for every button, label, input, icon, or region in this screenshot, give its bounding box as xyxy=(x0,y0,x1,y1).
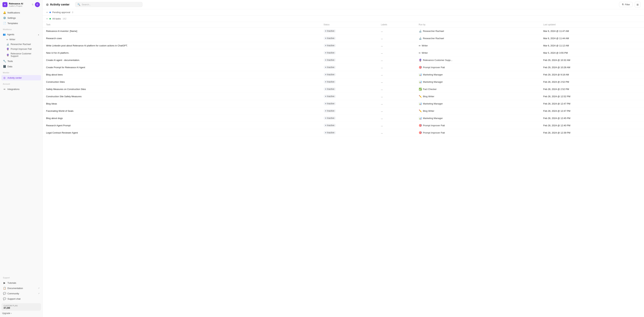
sidebar-item-writer[interactable]: ∞ Writer xyxy=(2,37,41,42)
sidebar-item-agents[interactable]: 👥 Agents ▲ xyxy=(2,32,41,37)
table-row[interactable]: Write Linkedin post about Relevance AI p… xyxy=(42,42,644,49)
task-status: Inactive xyxy=(321,78,378,85)
task-run-by: 📊 Marketing Manager xyxy=(416,78,540,85)
section-chevron-icon: ▼ xyxy=(46,18,48,20)
support-nav: ▶ Tutorials 📋 Documentation ↗ 💬 Communit… xyxy=(0,280,42,302)
task-labels: ... xyxy=(378,85,416,93)
all-tasks-section[interactable]: ▼ All tasks 162 xyxy=(42,15,644,22)
avatar[interactable]: C xyxy=(35,2,40,7)
task-run-by: ∞ Writer xyxy=(416,42,540,49)
table-row[interactable]: Blog about bees Inactive ... 📊 Marketing… xyxy=(42,71,644,78)
agent-icon: 🎯 xyxy=(419,66,422,69)
status-dot xyxy=(325,125,326,126)
agent-icon: ✏️ xyxy=(419,109,422,112)
table-row[interactable]: Relevance AI inventor: [Name] Inactive .… xyxy=(42,27,644,35)
task-labels: ... xyxy=(378,93,416,100)
agent-icon: 🔮 xyxy=(419,59,422,61)
task-status: Inactive xyxy=(321,35,378,42)
search-bar[interactable]: 🔍 Search... xyxy=(75,2,142,7)
custom-plan-label: CUSTOM PLAN xyxy=(4,305,18,307)
sidebar-item-data[interactable]: 🗄️ Data xyxy=(2,64,41,69)
task-updated: Mar 5, 2024 @ 3:55 PM xyxy=(540,49,644,56)
chat-icon: 💬 xyxy=(3,297,6,300)
pending-approval-section[interactable]: ▼ Pending approval 0 xyxy=(42,9,644,15)
table-row[interactable]: Construction Site Safety Measures Inacti… xyxy=(42,93,644,100)
table-header: Task Status Labels Run by Last updated xyxy=(42,22,644,27)
monitor-nav: ◎ Activity center xyxy=(0,74,42,81)
app-title-block: Relevance AI Caitlin's Project xyxy=(9,2,30,7)
task-updated: Feb 29, 2024 @ 10:28 AM xyxy=(540,64,644,71)
agent-name: Marketing Manager xyxy=(423,117,443,120)
sidebar-item-notifications[interactable]: 🔔 Notifications xyxy=(2,10,41,15)
prompt-icon: 🔮 xyxy=(6,48,9,50)
sidebar-item-activity-center[interactable]: ◎ Activity center xyxy=(2,75,41,80)
col-run-by: Run by xyxy=(416,22,540,27)
filter-icon: ⚗ xyxy=(622,3,624,6)
support-section-label: Support xyxy=(0,275,42,280)
sidebar-item-prompt-improver[interactable]: 🔮 Prompt Improver Patt xyxy=(2,46,41,51)
sidebar-item-label: Support chat xyxy=(8,298,20,300)
status-dot xyxy=(325,30,326,31)
sidebar-item-templates[interactable]: 📄 Templates xyxy=(2,20,41,26)
sidebar-item-customer-support[interactable]: 🔮 Relevance Customer Support xyxy=(2,51,41,58)
community-icon: 💬 xyxy=(3,292,6,295)
sidebar-item-label: Tools xyxy=(8,60,13,62)
sidebar-header[interactable]: R Relevance AI Caitlin's Project ⇅ C xyxy=(0,0,42,9)
task-labels: ... xyxy=(378,100,416,107)
sidebar-item-community[interactable]: 💬 Community ↗ xyxy=(2,291,41,296)
gear-icon: ⚙️ xyxy=(3,16,6,19)
task-name: Create Prompt for Relevance AI Agent xyxy=(42,64,321,71)
table-row[interactable]: Construction Sites Inactive ... 📊 Market… xyxy=(42,78,644,85)
agent-name: Marketing Manager xyxy=(423,81,443,83)
task-updated: Feb 28, 2024 @ 12:45 PM xyxy=(540,115,644,122)
table-row[interactable]: Create AI agent - documentation. Inactiv… xyxy=(42,56,644,64)
sidebar-item-label: Data xyxy=(8,65,12,68)
sidebar-item-support-chat[interactable]: 💬 Support chat xyxy=(2,296,41,302)
table-row[interactable]: Fascinating World of Seals Inactive ... … xyxy=(42,107,644,115)
sidebar-chevron-icon: ⇅ xyxy=(32,3,34,6)
task-name: Blog Ideas xyxy=(42,100,321,107)
sidebar-item-label: Tutorials xyxy=(8,282,16,284)
table-row[interactable]: New UI for AI platform. Inactive ... ∞ W… xyxy=(42,49,644,56)
table-row[interactable]: Research Agent Prompt Inactive ... 🎯 Pro… xyxy=(42,122,644,129)
sidebar-item-researcher-rachael[interactable]: 🔬 Researcher Rachael xyxy=(2,42,41,46)
sidebar-item-documentation[interactable]: 📋 Documentation ↗ xyxy=(2,286,41,291)
agent-icon: ∞ xyxy=(419,51,420,54)
task-status: Inactive xyxy=(321,115,378,122)
layout-toggle-button[interactable]: ⊞ xyxy=(635,2,640,7)
table-row[interactable]: Blog about dogs Inactive ... 📊 Marketing… xyxy=(42,115,644,122)
agent-name: Prompt Improver Patt xyxy=(11,48,32,50)
app-name: Relevance AI xyxy=(9,2,30,5)
task-status: Inactive xyxy=(321,49,378,56)
agent-name: Blog Writer xyxy=(423,110,434,112)
agent-name: Marketing Manager xyxy=(423,73,443,76)
table-row[interactable]: Research cows Inactive ... 🔬 Researcher … xyxy=(42,35,644,42)
filter-button[interactable]: ⚗ Filter xyxy=(619,2,633,7)
table-row[interactable]: Legal Contract Reviewer Agent Inactive .… xyxy=(42,129,644,136)
task-name: Construction Site Safety Measures xyxy=(42,93,321,100)
chevron-right-icon: › xyxy=(11,312,12,315)
main-nav: 🔔 Notifications ⚙️ Settings 📄 Templates xyxy=(0,9,42,26)
agents-chevron-icon: ▲ xyxy=(38,33,40,35)
sidebar-item-label: Notifications xyxy=(8,11,20,14)
monitor-section-label: Monitor xyxy=(0,70,42,74)
activity-center-icon: ◎ xyxy=(46,3,48,6)
table-row[interactable]: Safety Measures on Construction Sites In… xyxy=(42,85,644,93)
upgrade-button[interactable]: Upgrade › xyxy=(0,312,42,315)
task-updated: Feb 28, 2024 @ 2:52 PM xyxy=(540,78,644,85)
task-status: Inactive xyxy=(321,42,378,49)
task-updated: Feb 28, 2024 @ 2:52 PM xyxy=(540,85,644,93)
task-run-by: 🔬 Researcher Rachael xyxy=(416,27,540,35)
sidebar-item-tools[interactable]: 🔧 Tools xyxy=(2,58,41,64)
table-row[interactable]: Blog Ideas Inactive ... 📊 Marketing Mana… xyxy=(42,100,644,107)
sidebar-item-integrations[interactable]: ∞ Integrations xyxy=(2,86,41,92)
table-row[interactable]: Create Prompt for Relevance AI Agent Ina… xyxy=(42,64,644,71)
agent-icon: ∞ xyxy=(419,44,420,47)
pending-dot xyxy=(50,12,51,13)
sidebar-item-settings[interactable]: ⚙️ Settings xyxy=(2,15,41,20)
task-labels: ... xyxy=(378,49,416,56)
pending-approval-count: 0 xyxy=(72,11,73,14)
sidebar-item-tutorials[interactable]: ▶ Tutorials xyxy=(2,280,41,286)
task-status: Inactive xyxy=(321,93,378,100)
task-labels: ... xyxy=(378,78,416,85)
